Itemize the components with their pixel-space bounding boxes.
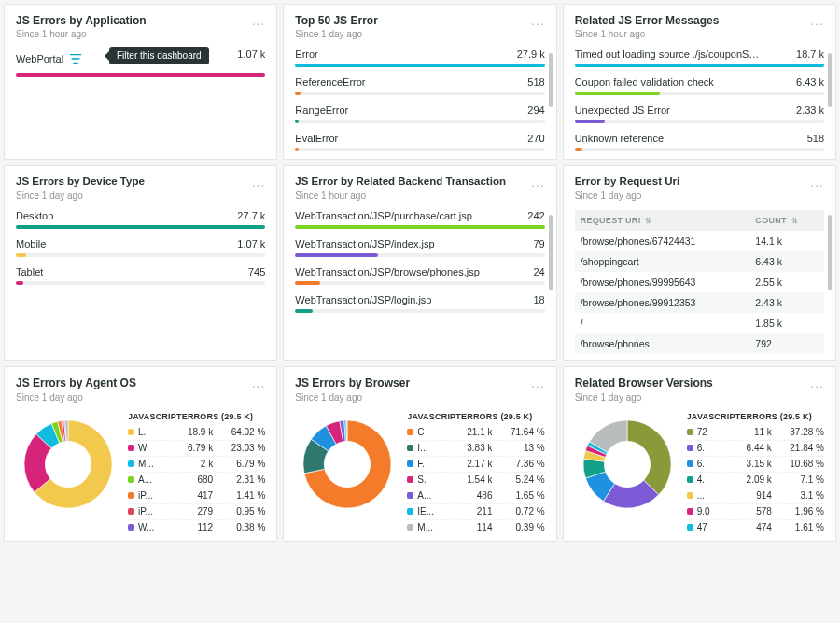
legend-row[interactable]: L.18.9 k64.02 % <box>128 425 265 441</box>
table-row[interactable]: /browse/phones/999956432.55 k <box>575 272 824 292</box>
scrollbar[interactable] <box>549 53 553 151</box>
card-menu-button[interactable]: ... <box>810 14 824 27</box>
bar-row[interactable]: Tablet745 <box>16 266 265 285</box>
donut-chart[interactable] <box>575 412 679 517</box>
legend-row[interactable]: 4.2.09 k7.1 % <box>687 473 824 488</box>
legend-value: 11 k <box>723 427 772 437</box>
legend-row[interactable]: F.2.17 k7.36 % <box>407 457 544 473</box>
legend-row[interactable]: M...1140.39 % <box>407 520 544 535</box>
bar-row[interactable]: WebTransaction/JSP/browse/phones.jsp24 <box>295 266 544 285</box>
legend-value: 3.83 k <box>443 443 492 453</box>
table-row[interactable]: /1.85 k <box>575 313 824 333</box>
card-subtitle: Since 1 hour ago <box>295 191 531 201</box>
col-header-uri[interactable]: REQUEST URI ⇅ <box>575 210 750 231</box>
legend-row[interactable]: C21.1 k71.64 % <box>407 425 544 441</box>
legend-label: 9.0 <box>697 506 720 517</box>
legend-pct: 5.24 % <box>497 474 545 485</box>
legend-row[interactable]: iP...4171.41 % <box>128 488 265 504</box>
legend-label: S. <box>417 474 440 485</box>
legend-pct: 1.96 % <box>776 506 824 517</box>
bar-value: 79 <box>533 238 544 249</box>
table-row[interactable]: /browse/phones792 <box>575 333 824 354</box>
card-subtitle: Since 1 day ago <box>575 191 811 201</box>
bar-row[interactable]: WebPortalFilter this dashboard1.07 k <box>16 49 265 77</box>
scrollbar[interactable] <box>828 215 832 352</box>
bar-row[interactable]: Unexpected JS Error2.33 k <box>575 105 824 123</box>
bar-row[interactable]: WebTransaction/JSP/purchase/cart.jsp242 <box>295 210 544 229</box>
legend-swatch <box>407 460 413 467</box>
legend-row[interactable]: 6.3.15 k10.68 % <box>687 457 824 473</box>
donut-chart[interactable] <box>16 412 120 517</box>
legend-row[interactable]: W6.79 k23.03 % <box>128 441 265 457</box>
legend-row[interactable]: I...3.83 k13 % <box>407 441 544 457</box>
card-menu-button[interactable]: ... <box>531 376 545 389</box>
bar-row[interactable]: Mobile1.07 k <box>16 238 265 257</box>
bar-row[interactable]: WebTransaction/JSP/login.jsp18 <box>295 294 544 313</box>
bar-value: 242 <box>527 210 544 221</box>
donut-chart[interactable] <box>295 412 399 517</box>
bar-value: 1.07 k <box>237 238 265 249</box>
table-row[interactable]: /browse/phones/999123532.43 k <box>575 292 824 313</box>
bar-track <box>575 64 824 67</box>
card-menu-button[interactable]: ... <box>252 176 266 189</box>
legend-value: 211 <box>443 506 492 517</box>
scrollbar[interactable] <box>549 215 553 352</box>
legend-row[interactable]: 7211 k37.28 % <box>687 425 824 441</box>
bar-row[interactable]: Error27.9 k <box>295 49 544 67</box>
card-header: JS Errors by Agent OSSince 1 day ago... <box>16 376 265 402</box>
bar-row[interactable]: Timed out loading source ./js/couponSpe.… <box>575 49 824 67</box>
bar-label: WebTransaction/JSP/index.jsp <box>295 238 434 249</box>
bar-label: Unexpected JS Error <box>575 105 670 116</box>
bar-value: 2.33 k <box>796 105 824 116</box>
legend-value: 2.09 k <box>723 474 772 485</box>
legend-row[interactable]: IE...2110.72 % <box>407 504 544 520</box>
card-header: JS Errors by BrowserSince 1 day ago... <box>295 376 544 402</box>
table-row[interactable]: /shoppingcart6.43 k <box>575 251 824 272</box>
bar-row[interactable]: RangeError294 <box>295 105 544 123</box>
bar-track <box>16 253 265 257</box>
table-row[interactable]: /browse/phones/6742443114.1 k <box>575 231 824 251</box>
legend-label: IE... <box>417 506 440 517</box>
card-title: JS Errors by Application <box>16 14 252 27</box>
card-menu-button[interactable]: ... <box>531 176 545 189</box>
legend-row[interactable]: A...4861.65 % <box>407 488 544 504</box>
legend-swatch <box>128 508 134 515</box>
bar-value: 24 <box>533 266 544 277</box>
bar-row[interactable]: EvalError270 <box>295 133 544 151</box>
legend-row[interactable]: W...1120.38 % <box>128 520 265 535</box>
card-menu-button[interactable]: ... <box>810 376 824 389</box>
legend-row[interactable]: M...2 k6.79 % <box>128 457 265 473</box>
legend-row[interactable]: iP...2790.95 % <box>128 504 265 520</box>
legend-value: 2.17 k <box>443 459 492 469</box>
legend-swatch <box>687 429 693 435</box>
cell-count: 6.43 k <box>749 251 824 272</box>
card-menu-button[interactable]: ... <box>252 14 266 27</box>
legend-pct: 13 % <box>497 443 545 453</box>
legend-row[interactable]: A...6802.31 % <box>128 473 265 488</box>
card-menu-button[interactable]: ... <box>810 176 824 189</box>
scrollbar[interactable] <box>828 53 832 151</box>
filter-icon[interactable] <box>69 52 82 65</box>
legend-row[interactable]: 6.6.44 k21.84 % <box>687 441 824 457</box>
bar-row[interactable]: WebTransaction/JSP/index.jsp79 <box>295 238 544 257</box>
legend-row[interactable]: S.1.54 k5.24 % <box>407 473 544 488</box>
legend-row[interactable]: ...9143.1 % <box>687 488 824 504</box>
card-header: JS Errors by Device TypeSince 1 day ago.… <box>16 176 265 201</box>
col-header-count[interactable]: COUNT ⇅ <box>749 210 824 231</box>
bar-label: WebTransaction/JSP/browse/phones.jsp <box>295 266 480 277</box>
bar-value: 18.7 k <box>796 49 824 60</box>
legend-title: JAVASCRIPTERRORS (29.5 K) <box>407 412 544 421</box>
legend-row[interactable]: 9.05781.96 % <box>687 504 824 520</box>
legend-row[interactable]: 474741.61 % <box>687 520 824 535</box>
bar-row[interactable]: Desktop27.7 k <box>16 210 265 229</box>
bar-row[interactable]: Coupon failed validation check6.43 k <box>575 77 824 95</box>
card-menu-button[interactable]: ... <box>531 14 545 27</box>
bar-row[interactable]: Unknown reference518 <box>575 133 824 151</box>
legend-pct: 1.41 % <box>217 490 265 501</box>
bar-track <box>295 281 544 285</box>
widget-card: JS Errors by Agent OSSince 1 day ago...J… <box>4 366 277 541</box>
bar-row[interactable]: ReferenceError518 <box>295 77 544 95</box>
card-menu-button[interactable]: ... <box>252 376 266 389</box>
card-subtitle: Since 1 day ago <box>575 392 811 403</box>
bar-value: 1.07 k <box>237 49 265 69</box>
